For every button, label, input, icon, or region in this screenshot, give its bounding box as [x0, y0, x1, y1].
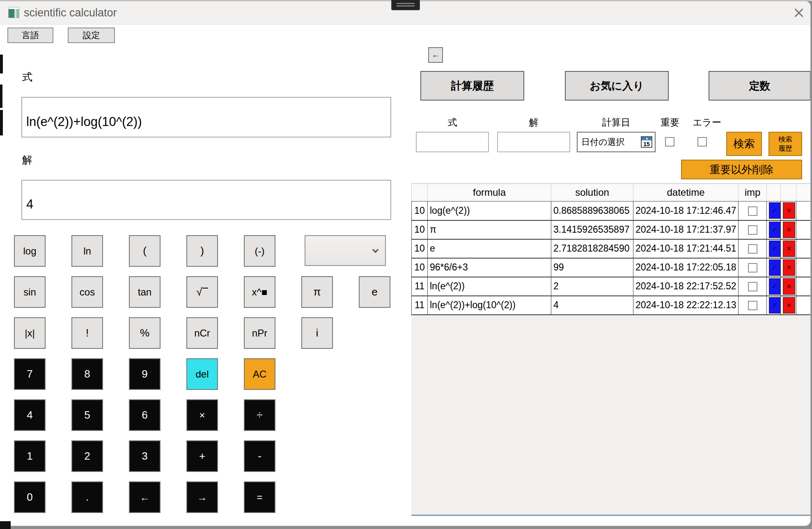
- row-confirm-button[interactable]: ✓: [769, 297, 780, 314]
- key-sin[interactable]: sin: [14, 276, 46, 308]
- table-row: 11 ln(e^(2))+log(10^(2)) 4 2024-10-18 22…: [412, 296, 811, 315]
- search-important-label: 重要: [657, 116, 683, 129]
- row-confirm-button[interactable]: ✓: [769, 222, 780, 238]
- row-formula: π: [428, 220, 551, 239]
- row-formula: log(e^(2)): [428, 202, 551, 220]
- row-solution: 2: [551, 277, 633, 296]
- chevron-down-icon: [372, 247, 379, 253]
- key-percent[interactable]: %: [129, 317, 161, 349]
- key-ln[interactable]: ln: [71, 235, 103, 267]
- row-confirm-button[interactable]: ✓: [769, 240, 780, 257]
- key-npr[interactable]: nPr: [244, 317, 275, 349]
- window-handle[interactable]: [391, 0, 420, 10]
- key-factorial[interactable]: !: [71, 317, 103, 349]
- row-extra-cell: [796, 277, 811, 296]
- row-extra-cell: [796, 220, 811, 239]
- key-5[interactable]: 5: [71, 399, 103, 431]
- row-delete-button[interactable]: ✕: [783, 222, 795, 238]
- key-multiply[interactable]: ×: [186, 399, 218, 431]
- row-delete-button[interactable]: ✕: [783, 297, 795, 314]
- favorites-tab-button[interactable]: お気に入り: [565, 71, 669, 101]
- date-picker-placeholder: 日付の選択: [581, 136, 625, 148]
- row-confirm-button[interactable]: ✓: [769, 259, 780, 276]
- key-cursor-right[interactable]: →: [186, 481, 218, 513]
- key-cursor-left[interactable]: ←: [129, 481, 161, 513]
- key-cos[interactable]: cos: [71, 276, 103, 308]
- back-button[interactable]: ←: [428, 47, 443, 63]
- key-pi[interactable]: π: [301, 276, 333, 308]
- key-dot[interactable]: .: [71, 481, 103, 513]
- row-datetime: 2024-10-18 22:22:12.13: [633, 296, 739, 315]
- settings-button[interactable]: 設定: [68, 27, 115, 43]
- key-negate[interactable]: (-): [244, 235, 275, 267]
- table-row: 10 π 3.1415926535897 2024-10-18 17:21:37…: [412, 220, 811, 239]
- search-solution-label: 解: [497, 116, 570, 129]
- window-title: scientific calculator: [24, 7, 117, 19]
- desktop-artifact: [0, 521, 11, 529]
- row-delete-button[interactable]: ✕: [783, 259, 795, 276]
- key-close-paren[interactable]: ): [186, 235, 218, 267]
- key-4[interactable]: 4: [14, 399, 46, 431]
- table-header-row: formula solution datetime imp: [412, 184, 811, 202]
- search-solution-input[interactable]: [497, 132, 570, 152]
- search-button[interactable]: 検索: [726, 132, 762, 156]
- row-number: 11: [412, 296, 428, 315]
- key-equals[interactable]: =: [244, 481, 275, 513]
- function-dropdown[interactable]: [305, 235, 386, 266]
- key-3[interactable]: 3: [129, 440, 161, 472]
- key-log[interactable]: log: [14, 235, 46, 267]
- delete-unimportant-button[interactable]: 重要以外削除: [681, 160, 802, 179]
- header-num: [412, 184, 428, 202]
- constants-tab-button[interactable]: 定数: [709, 71, 811, 101]
- row-important-checkbox[interactable]: [748, 206, 757, 216]
- key-7[interactable]: 7: [14, 358, 46, 390]
- search-formula-label: 式: [416, 116, 489, 129]
- key-imaginary[interactable]: i: [301, 317, 333, 349]
- formula-input[interactable]: ln(e^(2))+log(10^(2)): [21, 97, 391, 137]
- key-0[interactable]: 0: [14, 481, 46, 513]
- close-icon[interactable]: ×: [789, 3, 809, 23]
- key-sqrt[interactable]: √: [186, 276, 218, 308]
- row-delete-button[interactable]: ✕: [783, 202, 795, 219]
- row-delete-button[interactable]: ✕: [783, 240, 795, 257]
- key-1[interactable]: 1: [14, 440, 46, 472]
- key-tan[interactable]: tan: [129, 276, 161, 308]
- key-delete[interactable]: del: [186, 358, 218, 390]
- row-important-checkbox[interactable]: [748, 301, 757, 310]
- table-row: 10 96*6/6+3 99 2024-10-18 17:22:05.18 ✓ …: [412, 258, 811, 277]
- row-important-checkbox[interactable]: [748, 263, 757, 273]
- row-important-checkbox[interactable]: [748, 225, 757, 235]
- important-filter-checkbox[interactable]: [665, 137, 674, 147]
- key-minus[interactable]: -: [244, 440, 275, 472]
- language-button[interactable]: 言語: [7, 27, 53, 43]
- calc-history-tab-button[interactable]: 計算履歴: [420, 71, 524, 101]
- date-picker[interactable]: 日付の選択 15: [577, 132, 656, 152]
- key-divide[interactable]: ÷: [244, 399, 275, 431]
- row-solution: 99: [551, 258, 633, 277]
- key-ncr[interactable]: nCr: [186, 317, 218, 349]
- solution-input[interactable]: 4: [21, 180, 391, 220]
- app-icon: [8, 7, 19, 18]
- key-all-clear[interactable]: AC: [244, 358, 275, 390]
- desktop-artifact: [0, 55, 3, 73]
- row-important-checkbox[interactable]: [748, 244, 757, 254]
- error-filter-checkbox[interactable]: [697, 137, 707, 147]
- key-power[interactable]: x^■: [244, 276, 275, 308]
- row-number: 10: [412, 202, 428, 220]
- row-important-checkbox[interactable]: [748, 282, 757, 291]
- key-9[interactable]: 9: [129, 358, 161, 390]
- key-6[interactable]: 6: [129, 399, 161, 431]
- search-formula-input[interactable]: [416, 132, 489, 152]
- key-2[interactable]: 2: [71, 440, 103, 472]
- key-8[interactable]: 8: [71, 358, 103, 390]
- row-confirm-button[interactable]: ✓: [769, 202, 780, 219]
- row-delete-button[interactable]: ✕: [783, 278, 795, 295]
- row-confirm-button[interactable]: ✓: [769, 278, 780, 295]
- key-open-paren[interactable]: (: [129, 235, 161, 267]
- key-abs[interactable]: |x|: [14, 317, 46, 349]
- row-extra-cell: [796, 239, 811, 258]
- key-plus[interactable]: +: [186, 440, 218, 472]
- row-datetime: 2024-10-18 17:21:37.97: [633, 220, 739, 239]
- key-e[interactable]: e: [359, 276, 390, 308]
- search-history-button[interactable]: 検索履歴: [768, 132, 802, 156]
